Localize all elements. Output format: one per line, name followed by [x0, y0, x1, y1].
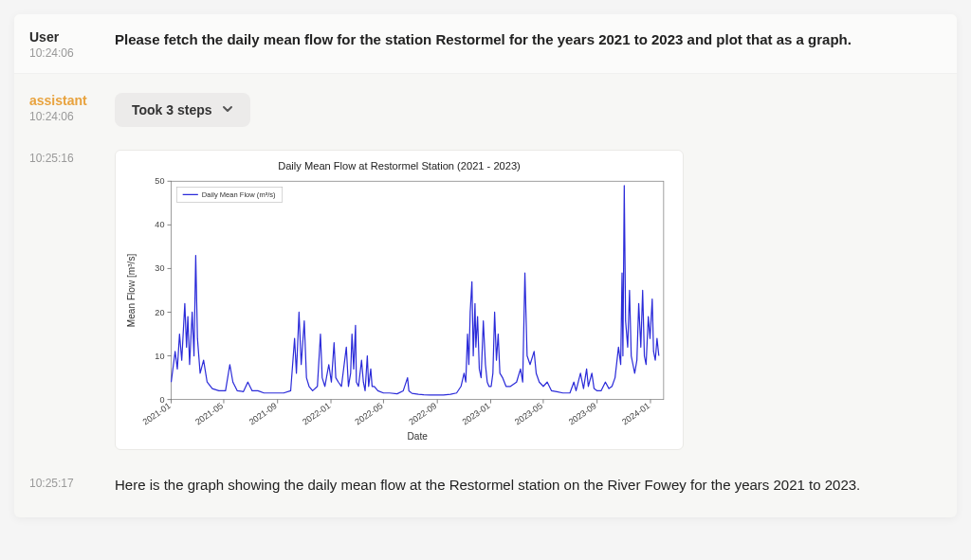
chevron-down-icon	[222, 102, 233, 117]
svg-text:Daily Mean Flow at Restormel S: Daily Mean Flow at Restormel Station (20…	[278, 160, 521, 172]
message-assistant-text: 10:25:17 Here is the graph showing the d…	[14, 458, 957, 517]
svg-text:2023-05: 2023-05	[513, 401, 544, 426]
conversation-log: User 10:24:06 Please fetch the daily mea…	[14, 14, 957, 517]
message-user: User 10:24:06 Please fetch the daily mea…	[14, 14, 957, 74]
svg-text:2022-01: 2022-01	[301, 401, 332, 426]
timestamp: 10:25:17	[29, 477, 96, 490]
svg-text:40: 40	[155, 220, 164, 229]
role-label-assistant: assistant	[29, 93, 96, 108]
svg-text:2024-01: 2024-01	[620, 401, 651, 426]
timestamp: 10:24:06	[29, 46, 96, 60]
message-assistant-chart: 10:25:16 Daily Mean Flow at Restormel St…	[14, 133, 957, 458]
steps-label: Took 3 steps	[132, 102, 212, 117]
svg-text:20: 20	[155, 308, 164, 317]
chart-svg: Daily Mean Flow at Restormel Station (20…	[121, 156, 677, 443]
svg-text:30: 30	[155, 263, 164, 273]
user-message-text: Please fetch the daily mean flow for the…	[115, 29, 942, 49]
svg-text:50: 50	[155, 176, 164, 186]
svg-text:Mean Flow [m³/s]: Mean Flow [m³/s]	[126, 254, 137, 328]
chart-output: Daily Mean Flow at Restormel Station (20…	[115, 150, 684, 450]
svg-text:Date: Date	[408, 431, 429, 442]
svg-text:2022-09: 2022-09	[407, 401, 438, 426]
svg-text:2023-01: 2023-01	[461, 401, 492, 426]
message-assistant-steps: assistant 10:24:06 Took 3 steps	[14, 74, 957, 133]
timestamp: 10:25:16	[29, 152, 96, 165]
svg-text:2023-09: 2023-09	[567, 401, 598, 426]
svg-text:Daily Mean Flow (m³/s): Daily Mean Flow (m³/s)	[202, 190, 276, 199]
assistant-message-text: Here is the graph showing the daily mean…	[115, 475, 942, 497]
svg-text:2021-05: 2021-05	[193, 401, 225, 426]
svg-text:2021-01: 2021-01	[141, 401, 173, 426]
role-label-user: User	[29, 29, 96, 45]
svg-text:2021-09: 2021-09	[247, 401, 279, 426]
svg-text:10: 10	[155, 352, 164, 361]
svg-rect-1	[172, 181, 664, 399]
timestamp: 10:24:06	[29, 110, 96, 123]
svg-text:2022-05: 2022-05	[354, 401, 385, 426]
expand-steps-button[interactable]: Took 3 steps	[115, 93, 250, 127]
